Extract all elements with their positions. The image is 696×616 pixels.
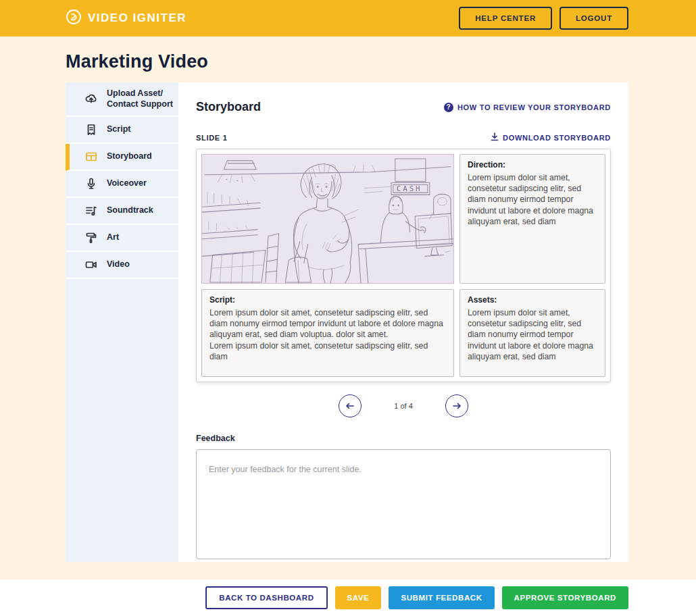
script-title: Script:	[209, 295, 446, 305]
page-title: Marketing Video	[66, 51, 696, 72]
logout-button[interactable]: LOGOUT	[560, 7, 628, 30]
how-to-review-link[interactable]: ? HOW TO REVIEW YOUR STORYBOARD	[444, 103, 611, 112]
feedback-label: Feedback	[196, 434, 611, 443]
logo: VIDEO IGNITER	[66, 9, 187, 28]
arrow-left-icon	[345, 401, 355, 411]
feedback-input[interactable]	[196, 449, 611, 559]
sidebar-item-art[interactable]: Art	[66, 225, 178, 252]
sidebar-item-label: Video	[107, 259, 130, 270]
cloud-upload-icon	[84, 92, 98, 105]
sidebar: Upload Asset/ Contact Support Script Sto…	[66, 82, 178, 562]
sidebar-item-soundtrack[interactable]: Soundtrack	[66, 198, 178, 225]
sidebar-item-voiceover[interactable]: Voiceover	[66, 171, 178, 198]
top-bar: VIDEO IGNITER HELP CENTER LOGOUT	[0, 0, 696, 36]
previous-slide-button[interactable]	[339, 394, 362, 417]
sidebar-item-video[interactable]: Video	[66, 252, 178, 279]
microphone-icon	[84, 177, 98, 190]
question-circle-icon: ?	[444, 103, 453, 112]
direction-text: Lorem ipsum dolor sit amet, consetetur s…	[468, 172, 597, 227]
script-icon	[84, 123, 98, 136]
video-camera-icon	[84, 258, 98, 272]
sidebar-item-label: Storyboard	[107, 151, 152, 161]
sidebar-item-label: Art	[107, 232, 119, 242]
footer-action-bar: BACK TO DASHBOARD SAVE SUBMIT FEEDBACK A…	[0, 580, 696, 616]
soundtrack-icon	[84, 204, 98, 217]
assets-box: Assets: Lorem ipsum dolor sit amet, cons…	[459, 289, 605, 377]
storyboard-card: CASH	[196, 149, 611, 382]
sidebar-item-label: Soundtrack	[107, 205, 153, 215]
download-icon	[491, 132, 499, 143]
script-text: Lorem ipsum dolor sit amet, consetetur s…	[209, 340, 446, 362]
main-panel: Upload Asset/ Contact Support Script Sto…	[66, 82, 628, 562]
assets-text: Lorem ipsum dolor sit amet, consetetur s…	[468, 307, 597, 362]
cash-sign-text: CASH	[397, 184, 422, 193]
sidebar-item-label: Script	[107, 124, 130, 134]
save-button[interactable]: SAVE	[335, 586, 382, 609]
script-box: Script: Lorem ipsum dolor sit amet, cons…	[201, 289, 454, 377]
next-slide-button[interactable]	[445, 394, 468, 417]
download-storyboard-label: DOWNLOAD STORYBOARD	[503, 134, 611, 142]
slide-pagination: 1 of 4	[196, 394, 611, 417]
storyboard-icon	[84, 150, 98, 163]
slide-label: SLIDE 1	[196, 134, 227, 142]
arrow-right-icon	[451, 401, 462, 411]
assets-title: Assets:	[468, 295, 597, 305]
sidebar-item-label: Upload Asset/ Contact Support	[107, 88, 173, 110]
direction-title: Direction:	[468, 160, 597, 170]
logo-text: VIDEO IGNITER	[88, 11, 187, 25]
script-text: Lorem ipsum dolor sit amet, consetetur s…	[209, 307, 446, 340]
back-to-dashboard-button[interactable]: BACK TO DASHBOARD	[205, 586, 327, 609]
paint-roller-icon	[84, 231, 98, 245]
submit-feedback-button[interactable]: SUBMIT FEEDBACK	[389, 586, 494, 609]
storyboard-sketch-image: CASH	[201, 154, 454, 284]
content-area: Storyboard ? HOW TO REVIEW YOUR STORYBOA…	[178, 82, 628, 562]
approve-storyboard-button[interactable]: APPROVE STORYBOARD	[502, 586, 628, 609]
direction-box: Direction: Lorem ipsum dolor sit amet, c…	[459, 154, 605, 284]
how-to-review-label: HOW TO REVIEW YOUR STORYBOARD	[457, 103, 611, 111]
sidebar-item-upload-asset[interactable]: Upload Asset/ Contact Support	[66, 82, 178, 117]
slide-count: 1 of 4	[394, 402, 413, 410]
sidebar-item-label: Voiceover	[107, 178, 147, 188]
download-storyboard-link[interactable]: DOWNLOAD STORYBOARD	[491, 132, 611, 143]
sidebar-item-storyboard[interactable]: Storyboard	[66, 144, 178, 171]
sidebar-item-script[interactable]: Script	[66, 117, 178, 144]
section-title: Storyboard	[196, 100, 261, 114]
video-igniter-logo-icon	[66, 9, 82, 28]
help-center-button[interactable]: HELP CENTER	[459, 7, 552, 30]
